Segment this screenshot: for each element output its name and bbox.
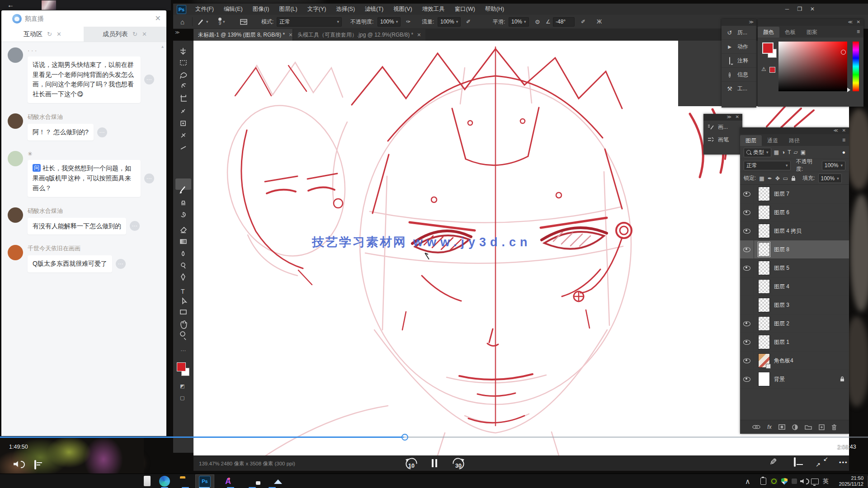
menu-item[interactable]: 编辑(E) xyxy=(219,5,248,13)
visibility-cell[interactable] xyxy=(740,370,754,388)
menu-item[interactable]: 视图(V) xyxy=(388,5,417,13)
info-panel-button[interactable]: i信息 xyxy=(722,68,756,82)
skip-back-button[interactable]: 10 xyxy=(403,457,420,473)
saturation-brightness-box[interactable] xyxy=(778,42,847,91)
menu-item[interactable]: 文字(Y) xyxy=(302,5,331,13)
visibility-eye-icon[interactable] xyxy=(743,340,750,345)
close-button[interactable]: ✕ xyxy=(806,4,819,15)
gamut-color-chip[interactable] xyxy=(769,67,775,73)
avatar[interactable] xyxy=(8,207,23,223)
tab-swatches[interactable]: 色板 xyxy=(779,27,801,38)
more-options-button[interactable]: ••• xyxy=(839,459,848,466)
filter-kind-select[interactable]: 类型▾ xyxy=(744,148,771,157)
actions-panel-button[interactable]: ▶动作 xyxy=(722,40,756,54)
layer-mask-icon[interactable] xyxy=(778,424,785,430)
tool-presets-panel-button[interactable]: ⚒工... xyxy=(722,82,756,95)
history-panel-button[interactable]: ↺历... xyxy=(722,26,756,40)
ime-indicator[interactable]: 英 xyxy=(823,474,829,488)
lock-all-icon[interactable] xyxy=(791,176,796,181)
filter-shape-icon[interactable]: ▱ xyxy=(793,149,797,155)
message-more-button[interactable]: ⋯ xyxy=(144,174,154,183)
opacity-pressure-icon[interactable]: ✑ xyxy=(406,15,410,28)
link-layers-icon[interactable] xyxy=(752,424,760,430)
visibility-cell[interactable] xyxy=(740,333,754,351)
layer-row[interactable]: 图层 3 xyxy=(740,296,849,314)
tab-patterns[interactable]: 图案 xyxy=(801,27,823,38)
menu-item[interactable]: 图像(I) xyxy=(248,5,274,13)
chat-message-area[interactable]: ▴ · · ·话说，这期男头快结束了，以前在群里看见一个老师问纯背面的头发怎么画… xyxy=(1,42,166,436)
visibility-cell[interactable] xyxy=(740,259,754,277)
layer-name[interactable]: 图层 8 xyxy=(774,246,789,253)
tab-layers[interactable]: 图层 xyxy=(740,135,762,146)
danmaku-toggle-icon[interactable] xyxy=(34,460,36,469)
message-more-button[interactable]: ⋯ xyxy=(144,75,154,84)
subtitle-button[interactable] xyxy=(794,457,796,467)
lock-position-icon[interactable]: ✥ xyxy=(775,175,780,182)
collapse-panel-icon[interactable]: ≪ xyxy=(848,19,853,24)
layer-style-fx-icon[interactable]: fx xyxy=(767,424,771,430)
layer-name[interactable]: 图层 3 xyxy=(774,301,789,309)
layer-name[interactable]: 图层 2 xyxy=(774,320,789,328)
visibility-eye-icon[interactable] xyxy=(743,321,750,326)
defender-tray-icon[interactable] xyxy=(781,474,788,488)
menu-item[interactable]: 图层(L) xyxy=(274,5,302,13)
pencil-note-button[interactable]: ✎ xyxy=(769,456,777,467)
taskbar-item[interactable] xyxy=(144,476,151,486)
visibility-cell[interactable] xyxy=(740,277,754,296)
art-app-icon[interactable]: A xyxy=(225,477,231,486)
foreground-color-swatch[interactable] xyxy=(177,362,186,371)
avatar[interactable] xyxy=(8,47,23,63)
visibility-eye-icon[interactable] xyxy=(743,358,750,363)
expand-panels-icon[interactable]: ≫ xyxy=(749,19,754,24)
lock-pixels-icon[interactable]: ✒ xyxy=(768,175,772,182)
menu-item[interactable]: 窗口(W) xyxy=(450,5,480,13)
fill-select[interactable]: 100%▾ xyxy=(818,174,842,183)
tab-paths[interactable]: 路径 xyxy=(783,135,805,146)
brush-size-picker[interactable]: 9 ▾ xyxy=(218,15,225,28)
menu-item[interactable]: 增效工具 xyxy=(417,5,450,13)
close-tab-icon[interactable]: ✕ xyxy=(417,32,421,38)
smooth-select[interactable]: 10%▾ xyxy=(509,15,529,28)
maximize-button[interactable]: ❐ xyxy=(793,4,806,15)
message-more-button[interactable]: ⋯ xyxy=(116,259,126,269)
layer-thumbnail[interactable] xyxy=(758,298,770,312)
expand-icon[interactable]: ≫ xyxy=(727,114,731,119)
skip-forward-button[interactable]: 30 xyxy=(450,457,467,473)
quick-mask-icon[interactable]: ◩ xyxy=(180,383,184,389)
layer-row[interactable]: 角色板4 xyxy=(740,352,849,370)
menu-item[interactable]: 滤镜(T) xyxy=(360,5,388,13)
delete-layer-icon[interactable] xyxy=(831,424,837,430)
blend-mode-select[interactable]: 正常▾ xyxy=(744,161,791,170)
clipboard-tray-icon[interactable] xyxy=(760,474,766,488)
hidden-tray-icon[interactable] xyxy=(792,474,797,488)
layer-name[interactable]: 图层 4 xyxy=(774,283,789,291)
doc-tab-active[interactable]: 未标题-1 @ 139% (图层 8, RGB/8) *✕ xyxy=(193,29,297,41)
airbrush-toggle-icon[interactable]: ✐ xyxy=(581,15,585,28)
layer-thumbnail[interactable] xyxy=(758,261,770,275)
toolbar-collapse-icon[interactable]: ≫ xyxy=(175,30,179,35)
symmetry-butterfly-icon[interactable]: Ж xyxy=(597,15,602,28)
gamut-warning-icon[interactable]: ⚠ xyxy=(761,66,766,72)
visibility-cell[interactable] xyxy=(740,352,754,370)
pause-button[interactable] xyxy=(430,459,439,467)
collapse-panel-icon[interactable]: ≪ xyxy=(834,128,838,133)
visibility-eye-icon[interactable] xyxy=(743,247,750,252)
volume-button[interactable] xyxy=(14,461,25,468)
menu-item[interactable]: 选择(S) xyxy=(331,5,360,13)
close-icon[interactable]: ✕ xyxy=(736,114,739,119)
layer-name[interactable]: 图层 4 拷贝 xyxy=(774,227,802,235)
visibility-cell[interactable] xyxy=(740,203,754,221)
layer-name[interactable]: 图层 7 xyxy=(774,190,789,198)
visibility-eye-icon[interactable] xyxy=(743,229,750,234)
visibility-eye-icon[interactable] xyxy=(743,192,750,197)
exit-fullscreen-button[interactable]: ↙ ↗ xyxy=(816,455,828,468)
layer-row[interactable]: 图层 4 拷贝 xyxy=(740,222,849,240)
layer-row[interactable]: 图层 6 xyxy=(740,203,849,222)
message-more-button[interactable]: ⋯ xyxy=(97,127,107,137)
lock-artboard-icon[interactable]: ▭ xyxy=(783,175,788,182)
brush-settings-button[interactable]: 画... xyxy=(703,121,742,133)
nvidia-tray-icon[interactable] xyxy=(770,474,778,488)
visibility-cell[interactable] xyxy=(740,240,754,258)
layer-thumbnail[interactable] xyxy=(758,316,770,331)
layer-row[interactable]: 图层 4 xyxy=(740,277,849,296)
